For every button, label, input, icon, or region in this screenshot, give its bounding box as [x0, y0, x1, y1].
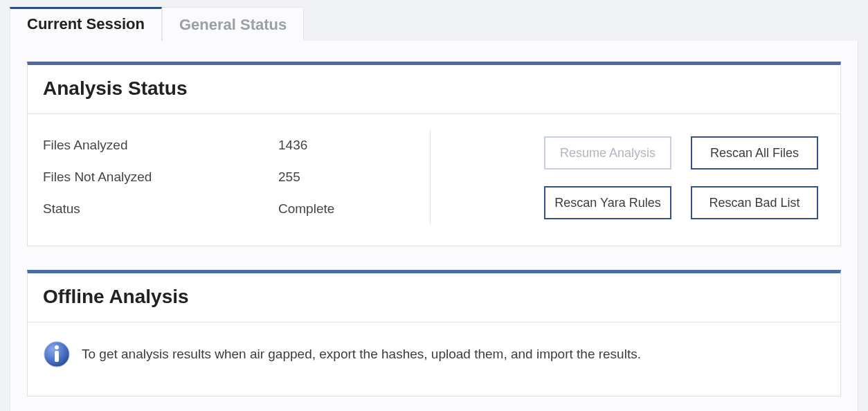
offline-analysis-header: Offline Analysis	[28, 273, 840, 322]
offline-analysis-body: To get analysis results when air gapped,…	[28, 322, 840, 396]
stat-row-files-not-analyzed: Files Not Analyzed 255	[43, 161, 413, 193]
analysis-status-title: Analysis Status	[43, 77, 825, 100]
rescan-all-files-button[interactable]: Rescan All Files	[691, 136, 818, 170]
tab-general-status[interactable]: General Status	[162, 7, 304, 41]
stat-row-files-analyzed: Files Analyzed 1436	[43, 129, 413, 161]
status-value: Complete	[278, 201, 334, 217]
tab-current-session[interactable]: Current Session	[10, 7, 162, 41]
offline-info-text: To get analysis results when air gapped,…	[82, 347, 641, 362]
svg-rect-2	[55, 351, 59, 362]
files-analyzed-label: Files Analyzed	[43, 138, 278, 153]
resume-analysis-button: Resume Analysis	[544, 136, 671, 170]
offline-analysis-title: Offline Analysis	[43, 286, 825, 308]
offline-analysis-card: Offline Analysis To get an	[27, 270, 841, 396]
tab-row: Current Session General Status	[10, 7, 858, 41]
stat-row-status: Status Complete	[43, 193, 413, 225]
info-icon	[43, 340, 71, 368]
analysis-stats: Files Analyzed 1436 Files Not Analyzed 2…	[43, 129, 431, 225]
files-not-analyzed-value: 255	[278, 170, 300, 185]
analysis-buttons: Resume Analysis Rescan All Files Rescan …	[431, 129, 821, 225]
analysis-status-card: Analysis Status Files Analyzed 1436 File…	[27, 62, 841, 246]
rescan-yara-rules-button[interactable]: Rescan Yara Rules	[544, 186, 671, 219]
analysis-status-header: Analysis Status	[28, 65, 840, 114]
status-label: Status	[43, 201, 278, 217]
analysis-status-body: Files Analyzed 1436 Files Not Analyzed 2…	[28, 114, 840, 246]
files-not-analyzed-label: Files Not Analyzed	[43, 170, 278, 185]
files-analyzed-value: 1436	[278, 138, 307, 153]
svg-point-1	[55, 345, 59, 349]
rescan-bad-list-button[interactable]: Rescan Bad List	[691, 186, 818, 219]
tab-panel-current-session: Analysis Status Files Analyzed 1436 File…	[10, 41, 858, 411]
